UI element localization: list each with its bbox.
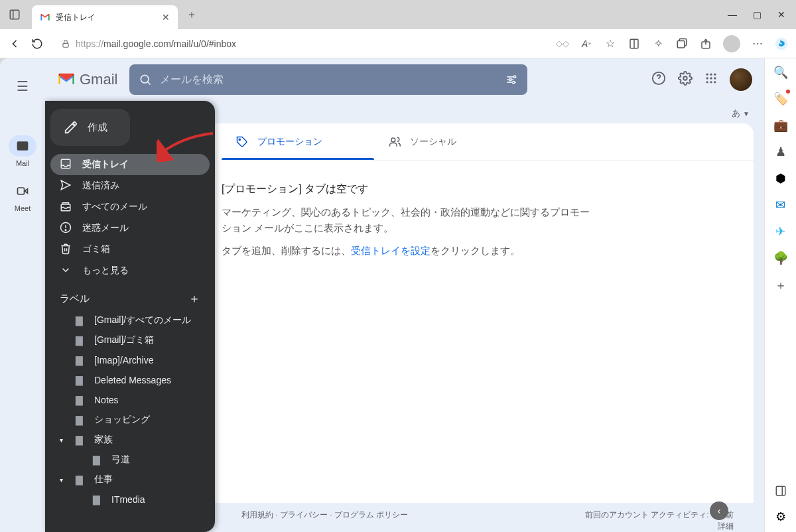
edge-games-icon[interactable]: ♟ xyxy=(775,145,786,159)
close-icon[interactable]: ✕ xyxy=(777,9,785,20)
svg-point-28 xyxy=(714,81,716,83)
label-item[interactable]: ▇ショッピング xyxy=(50,410,210,430)
svg-point-21 xyxy=(710,73,712,75)
label-item[interactable]: ▇[Imap]/Archive xyxy=(50,350,210,370)
address-bar[interactable]: https://mail.google.com/mail/u/0/#inbox xyxy=(53,33,547,54)
svg-point-36 xyxy=(239,139,240,140)
url-protocol: https:// xyxy=(76,38,103,49)
edge-send-icon[interactable]: ✈ xyxy=(775,224,785,239)
svg-point-23 xyxy=(706,77,708,79)
rail-mail-label: Mail xyxy=(16,159,29,167)
footer-details-link[interactable]: 詳細 xyxy=(585,521,734,532)
edge-outlook-icon[interactable]: ✉ xyxy=(775,198,785,212)
svg-point-15 xyxy=(514,76,516,78)
nav-item-expand[interactable]: もっと見る xyxy=(50,260,210,281)
edge-panel-icon[interactable] xyxy=(775,485,787,500)
gmail-logo-icon xyxy=(57,70,76,89)
browser-titlebar: 受信トレイ ✕ ＋ — ▢ ✕ xyxy=(0,0,796,29)
search-input[interactable] xyxy=(160,74,497,86)
edge-settings-icon[interactable]: ⚙ xyxy=(775,509,786,524)
label-icon: ▇ xyxy=(76,355,86,366)
rail-meet[interactable]: Meet xyxy=(9,180,36,212)
label-item[interactable]: ▾▇仕事 xyxy=(50,470,210,490)
svg-point-20 xyxy=(706,73,708,75)
svg-point-16 xyxy=(509,78,511,80)
search-options-icon[interactable] xyxy=(505,73,518,86)
add-label-icon[interactable]: ＋ xyxy=(188,291,200,306)
edge-add-icon[interactable]: ＋ xyxy=(775,277,787,293)
main-menu-button[interactable]: ☰ xyxy=(7,70,38,102)
apps-icon[interactable] xyxy=(704,72,718,88)
chevron-down-icon[interactable]: ▾ xyxy=(60,436,68,444)
tab-close-icon[interactable]: ✕ xyxy=(162,12,170,23)
edge-search-icon[interactable]: 🔍 xyxy=(773,65,788,80)
bing-icon[interactable] xyxy=(775,37,788,50)
label-icon: ▇ xyxy=(93,454,103,465)
input-method-toggle[interactable]: あ ▼ xyxy=(728,106,754,121)
profile-icon[interactable] xyxy=(723,35,740,52)
gmail-logo[interactable]: Gmail xyxy=(57,70,117,89)
text-size-icon[interactable]: A» xyxy=(580,37,593,50)
label-icon: ▇ xyxy=(93,494,103,505)
nav-item-trash[interactable]: ゴミ箱 xyxy=(50,239,210,260)
mail-icon xyxy=(16,139,29,153)
new-tab-button[interactable]: ＋ xyxy=(182,5,202,25)
rail-mail[interactable]: Mail xyxy=(9,135,36,167)
browser-toolbar: https://mail.google.com/mail/u/0/#inbox … xyxy=(0,29,796,58)
read-mode-icon[interactable]: ◇◇ xyxy=(556,37,569,50)
nav-item-spam[interactable]: 迷惑メール xyxy=(50,218,210,239)
label-item[interactable]: ▇Notes xyxy=(50,390,210,410)
settings-icon[interactable] xyxy=(678,71,693,89)
favorite-icon[interactable]: ☆ xyxy=(604,37,617,50)
more-icon[interactable]: ⋯ xyxy=(751,37,764,50)
empty-title: [プロモーション] タブは空です xyxy=(222,180,754,198)
edge-tools-icon[interactable]: 💼 xyxy=(773,118,788,133)
category-tabs: プロモーション ソーシャル xyxy=(222,123,754,161)
back-icon[interactable] xyxy=(8,37,21,50)
edge-eco-icon[interactable]: 🌳 xyxy=(773,251,788,265)
edge-shopping-icon[interactable]: 🏷️ xyxy=(773,92,788,106)
chevron-down-icon[interactable]: ▾ xyxy=(60,476,68,484)
side-panel-toggle[interactable]: ‹ xyxy=(710,501,728,520)
maximize-icon[interactable]: ▢ xyxy=(753,9,762,20)
tab-promotions[interactable]: プロモーション xyxy=(222,123,374,160)
svg-point-24 xyxy=(710,77,712,79)
label-item[interactable]: ▇Deleted Messages xyxy=(50,370,210,390)
tag-icon xyxy=(236,136,248,148)
svg-rect-5 xyxy=(677,40,685,48)
nav-item-stack[interactable]: すべてのメール xyxy=(50,196,210,218)
people-icon xyxy=(389,136,401,148)
tab-social[interactable]: ソーシャル xyxy=(374,123,527,160)
collections-icon[interactable] xyxy=(675,37,689,50)
tab-actions-icon[interactable] xyxy=(5,5,24,24)
svg-rect-8 xyxy=(18,188,25,194)
svg-rect-38 xyxy=(776,486,785,496)
search-icon xyxy=(139,73,152,86)
compose-button[interactable]: 作成 xyxy=(50,109,130,146)
reading-list-icon[interactable] xyxy=(628,37,641,50)
refresh-icon[interactable] xyxy=(31,37,44,50)
label-item[interactable]: ▇[Gmail]/すべてのメール xyxy=(50,310,210,330)
footer-links[interactable]: 利用規約 · プライバシー · プログラム ポリシー xyxy=(241,509,408,532)
browser-tab[interactable]: 受信トレイ ✕ xyxy=(32,5,178,29)
meet-icon xyxy=(16,184,29,198)
svg-marker-9 xyxy=(25,189,27,194)
share-icon[interactable] xyxy=(699,37,712,50)
search-bar[interactable] xyxy=(129,64,527,95)
svg-marker-30 xyxy=(61,180,70,190)
account-avatar[interactable] xyxy=(730,68,752,91)
labels-header: ラベル ＋ xyxy=(50,281,210,310)
minimize-icon[interactable]: — xyxy=(728,9,737,20)
edge-m365-icon[interactable]: ⬢ xyxy=(775,171,786,186)
label-icon: ▇ xyxy=(76,474,86,485)
label-item[interactable]: ▇弓道 xyxy=(50,450,210,470)
nav-item-send[interactable]: 送信済み xyxy=(50,175,210,196)
nav-item-inbox[interactable]: 受信トレイ xyxy=(50,154,210,175)
help-icon[interactable] xyxy=(651,71,666,89)
label-item[interactable]: ▾▇家族 xyxy=(50,430,210,450)
label-item[interactable]: ▇[Gmail]/ゴミ箱 xyxy=(50,330,210,350)
label-item[interactable]: ▇ITmedia xyxy=(50,490,210,509)
inbox-settings-link[interactable]: 受信トレイを設定 xyxy=(351,245,431,256)
pencil-icon xyxy=(64,120,78,135)
favorites-bar-icon[interactable]: ✧ xyxy=(651,37,665,50)
